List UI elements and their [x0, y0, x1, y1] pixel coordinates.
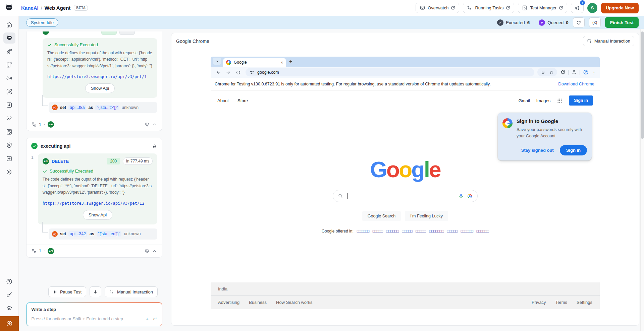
language-link[interactable]: □□□□□ — [402, 229, 412, 233]
location-icon[interactable] — [541, 70, 545, 75]
scroll-down-button[interactable] — [90, 286, 101, 297]
footer-advertising[interactable]: Advertising — [213, 300, 244, 305]
google-search-button[interactable]: Google Search — [362, 211, 401, 221]
variable-value-chip[interactable]: "{'sta...ed']}" — [97, 231, 121, 237]
page-scrollbar[interactable] — [640, 29, 644, 331]
brand-kaneai[interactable]: KaneAI — [21, 5, 39, 11]
footer-privacy[interactable]: Privacy — [527, 300, 551, 305]
lightning-square-icon — [6, 102, 13, 109]
language-link[interactable]: □□□□□□ — [357, 229, 369, 233]
running-tasks-button[interactable]: Running Tasks — [463, 3, 514, 13]
nav-store[interactable]: Store — [237, 98, 248, 103]
language-link[interactable]: □□□□□ — [447, 229, 458, 233]
nav-gmail[interactable]: Gmail — [519, 98, 530, 103]
notifications-button[interactable]: 1 — [571, 3, 584, 13]
sidebar-item-visual-scan[interactable] — [3, 86, 15, 97]
scrollbar-thumb[interactable] — [641, 31, 644, 139]
language-link[interactable]: □□□□□ — [373, 229, 383, 233]
footer-settings[interactable]: Settings — [572, 300, 597, 305]
lens-search-icon[interactable] — [467, 193, 473, 199]
sidebar-item-settings[interactable] — [3, 167, 15, 178]
test-manager-button[interactable]: Test Manager — [518, 3, 567, 13]
footer-how-search-works[interactable]: How Search works — [271, 300, 317, 305]
new-tab-button[interactable]: + — [289, 59, 292, 65]
breadcrumb-separator: / — [41, 5, 42, 11]
sidebar-item-new-test[interactable] — [3, 153, 15, 164]
sidebar-item-explore[interactable] — [3, 46, 15, 57]
address-bar[interactable]: google.com — [246, 68, 534, 76]
browser-panel-header: Google Chrome Manual Interaction — [171, 33, 639, 49]
thumbs-down-button[interactable] — [145, 249, 150, 254]
testing-flask-icon[interactable] — [572, 70, 577, 75]
overwatch-button[interactable]: Overwatch — [416, 3, 459, 13]
variable-value-chip[interactable]: "{'sta...t>']}" — [95, 105, 119, 110]
browser-tab[interactable]: Google × — [223, 58, 286, 67]
tab-close-button[interactable]: × — [280, 60, 283, 65]
pause-test-button[interactable]: Pause Test — [48, 286, 86, 297]
stay-signed-out-button[interactable]: Stay signed out — [521, 148, 554, 153]
sidebar-item-keys[interactable] — [3, 289, 15, 301]
menu-dots-icon[interactable]: ⋮ — [592, 70, 596, 75]
bookmark-star-icon[interactable] — [549, 70, 554, 75]
sidebar-item-kaneai[interactable] — [3, 32, 15, 44]
sidebar-item-security[interactable] — [3, 140, 15, 151]
collapse-chevron-button[interactable] — [152, 122, 157, 127]
apps-grid-icon[interactable] — [557, 98, 562, 104]
sidebar-item-voice[interactable] — [3, 73, 15, 84]
show-api-button[interactable]: Show Api — [83, 210, 112, 220]
language-link[interactable]: □□□□□□□ — [429, 229, 444, 233]
api-url-link[interactable]: https://petstore3.swagger.io/api/v3/pet/… — [43, 201, 153, 206]
language-link[interactable]: □□□□□ — [416, 229, 426, 233]
sidebar-item-test-manager[interactable] — [3, 126, 15, 137]
google-sign-in-button[interactable]: Sign in — [569, 95, 593, 106]
back-button[interactable] — [214, 68, 223, 77]
add-action-button[interactable]: + — [146, 316, 149, 321]
manual-interaction-button[interactable]: Manual Interaction — [583, 36, 634, 46]
language-link[interactable]: □□□□□□ — [386, 229, 398, 233]
kaneai-logo-icon[interactable] — [4, 3, 14, 13]
set-variable-row[interactable]: (x) set api...342 as "{'sta...ed']}" unk… — [49, 228, 157, 240]
sign-in-button[interactable]: Sign in — [560, 145, 587, 155]
sidebar-item-help[interactable] — [3, 276, 15, 287]
sidebar-item-automation[interactable] — [3, 100, 15, 111]
profile-icon[interactable] — [583, 69, 589, 75]
set-variable-row[interactable]: (x) set api...f8a as "{'sta...t>']}" unk… — [49, 102, 157, 113]
show-api-button[interactable]: Show Api — [85, 83, 115, 93]
submit-step-button[interactable]: ↵ — [153, 316, 157, 321]
download-chrome-link[interactable]: Download Chrome — [558, 81, 594, 86]
avatar[interactable]: S — [587, 3, 597, 13]
finish-test-button[interactable]: Finish Test — [605, 17, 639, 28]
footer-business[interactable]: Business — [244, 300, 271, 305]
nav-about[interactable]: About — [217, 98, 229, 103]
refresh-button[interactable] — [573, 17, 585, 27]
manual-interaction-button[interactable]: Manual Interaction — [105, 286, 158, 297]
nav-images[interactable]: Images — [536, 98, 551, 103]
tab-search-button[interactable] — [213, 58, 221, 65]
steps-scroll-area[interactable]: Successfully Executed The code defines t… — [26, 31, 162, 286]
reload-button[interactable] — [233, 68, 243, 77]
sidebar-item-home[interactable] — [3, 19, 15, 30]
thumbs-down-button[interactable] — [145, 122, 150, 127]
forward-button[interactable] — [224, 68, 233, 77]
variable-name-chip[interactable]: api...342 — [68, 231, 87, 237]
api-url-link[interactable]: https://petstore3.swagger.io/api/v3/pet/… — [47, 74, 153, 79]
sidebar-item-devices[interactable] — [3, 59, 15, 70]
sidebar-item-resources[interactable] — [3, 303, 15, 314]
sidebar-item-insights[interactable] — [3, 113, 15, 124]
voice-search-icon[interactable] — [458, 193, 464, 199]
variables-button[interactable]: (x) — [589, 17, 601, 27]
executed-label: Executed — [506, 20, 525, 25]
upgrade-button[interactable]: Upgrade Now — [601, 3, 639, 13]
flask-button[interactable] — [152, 143, 157, 149]
language-link[interactable]: □□□□□□ — [476, 229, 489, 233]
search-input[interactable] — [333, 190, 478, 202]
extensions-icon[interactable] — [560, 70, 565, 75]
feeling-lucky-button[interactable]: I'm Feeling Lucky — [405, 211, 448, 221]
external-link-icon — [559, 6, 563, 10]
collapse-chevron-button[interactable] — [152, 249, 157, 254]
sidebar-upgrade-button[interactable] — [0, 316, 19, 331]
write-step-input[interactable]: Write a step Press / for actions or Shif… — [27, 303, 162, 326]
language-link[interactable]: □□□□□□ — [461, 229, 473, 233]
variable-name-chip[interactable]: api...f8a — [68, 105, 86, 110]
footer-terms[interactable]: Terms — [551, 300, 572, 305]
